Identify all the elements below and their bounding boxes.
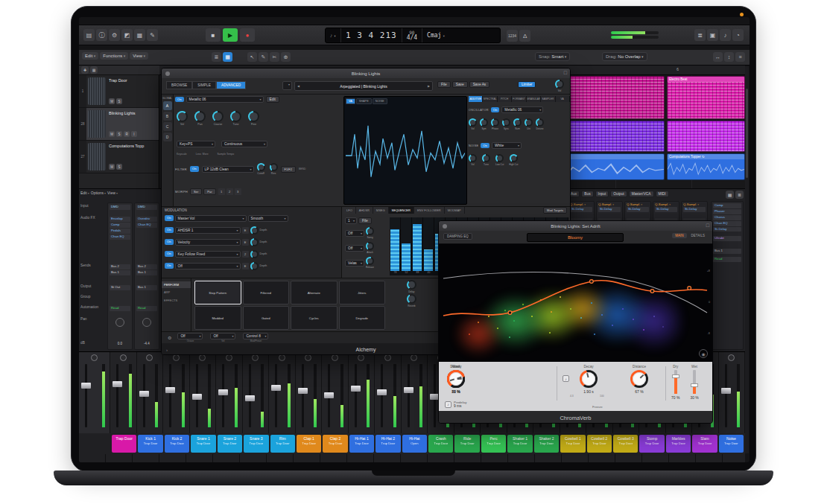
filter-type-select[interactable]: LP 12dB Clean <box>202 166 254 173</box>
channel-name-label[interactable]: Kick 1 Trap Door <box>138 435 162 453</box>
fader-handle[interactable] <box>298 388 308 394</box>
mixer-menu-button[interactable]: View <box>107 191 118 195</box>
menu-button[interactable]: View <box>130 52 148 60</box>
pan-knob[interactable] <box>173 354 180 361</box>
disclosure-arrow-icon[interactable]: › <box>166 348 168 352</box>
file-button[interactable]: Save <box>452 81 468 88</box>
pan-knob[interactable] <box>142 318 151 327</box>
pan-knob[interactable] <box>120 354 127 361</box>
strip-list-icon[interactable]: ≣ <box>735 191 744 199</box>
master-fader-strip[interactable] <box>79 352 110 433</box>
perform-pad[interactable]: Alternate <box>291 281 338 304</box>
scissors-tool-icon[interactable]: ✂ <box>270 52 279 62</box>
noise-knob[interactable] <box>482 154 490 162</box>
perform-knob[interactable] <box>407 294 416 304</box>
settings-gear-icon[interactable]: ⚙ <box>168 335 171 340</box>
channel-name-label[interactable]: Marbles Trap Door <box>666 435 691 453</box>
send-slot[interactable]: Bus 1 <box>136 270 157 275</box>
fader-handle[interactable] <box>271 385 281 391</box>
mod-depth-knob[interactable] <box>250 226 259 235</box>
view-tab[interactable]: SIMPLE <box>192 81 216 89</box>
automation-mode[interactable]: Read <box>713 257 741 262</box>
record-enable-button[interactable]: R <box>124 131 130 137</box>
perform-pad[interactable]: Jitters <box>339 281 386 304</box>
mute-button[interactable]: M <box>109 98 115 104</box>
fader-handle[interactable] <box>404 387 414 393</box>
channel-name-label[interactable]: Hi-Hat Open <box>402 435 427 453</box>
oscillator-knob[interactable] <box>491 118 499 127</box>
channel-name-label[interactable]: Snare 2 Trap Door <box>218 435 242 453</box>
view-tab[interactable]: MAIN <box>672 233 686 238</box>
mod-slot-button[interactable]: E <box>242 227 249 234</box>
next-preset-icon[interactable]: ▶ <box>428 84 430 88</box>
fader-handle[interactable] <box>377 389 387 395</box>
channel-name-label[interactable]: Trap Door <box>112 435 136 453</box>
fader-handle[interactable] <box>245 395 255 401</box>
mod-tab[interactable]: SEQUENCER <box>389 207 414 214</box>
sequencer-number-select[interactable]: 1 <box>345 217 357 224</box>
fader-strip[interactable] <box>190 352 217 433</box>
note-pads-icon[interactable]: ▣ <box>707 29 718 41</box>
mod-on-toggle[interactable]: On <box>165 263 174 269</box>
track-grid-icon[interactable]: ▦ <box>90 66 98 74</box>
fx-slot[interactable]: Overdriv <box>136 217 157 222</box>
oscillator-type-select[interactable]: Metallic 06 <box>501 106 543 113</box>
sequencer-step[interactable]: 52 <box>401 217 412 275</box>
channel-name-label[interactable]: Snare 1 Trap Door <box>191 435 215 453</box>
preset-menu-icon[interactable] <box>282 81 292 90</box>
channel-name-label[interactable]: Hi-Hat 1 Trap Door <box>349 435 374 453</box>
damping-eq-button[interactable]: DAMPING EQ <box>443 233 472 240</box>
channel-name-label[interactable]: Shaker 1 Trap Door <box>507 435 532 453</box>
track-name[interactable]: Blinking Lights <box>109 111 157 115</box>
send-slot[interactable]: St-Delay <box>655 207 677 212</box>
output-slot[interactable]: Bus 1 <box>136 285 157 290</box>
track-row[interactable]: 27 Computations Topp M S <box>79 141 159 173</box>
metronome-icon[interactable]: Δ <box>519 30 530 42</box>
sequencer-file-button[interactable]: File <box>358 217 372 224</box>
instrument-slot[interactable]: Q-Sampl. <box>653 202 679 207</box>
link-window-icon[interactable]: □ <box>706 223 709 228</box>
step-bar[interactable] <box>423 217 434 271</box>
perform-pad[interactable]: Cycles <box>291 306 338 330</box>
sequencer-step[interactable]: 40 <box>423 217 434 275</box>
menu-button[interactable]: Edit <box>82 52 98 60</box>
drag-select[interactable]: Drag: No Overlap <box>602 52 647 61</box>
fader-strip[interactable] <box>216 352 243 433</box>
mixer-view-icon[interactable]: ▦ <box>726 191 734 199</box>
fader-strip[interactable] <box>349 352 376 433</box>
channel-name-label[interactable]: Cowbell 3 Trap Door <box>613 435 638 453</box>
instrument-slot[interactable]: Q-Sampl. <box>625 202 650 207</box>
pan-knob[interactable] <box>411 354 417 361</box>
param-knob[interactable] <box>366 242 374 250</box>
midi-region-electro-beat[interactable]: Electro Beat <box>667 76 745 119</box>
automation-mode[interactable]: Read <box>136 306 157 311</box>
perform-pad[interactable]: Filtered <box>243 281 290 304</box>
pan-knob[interactable] <box>226 354 232 361</box>
source-letter-button[interactable]: D <box>163 133 172 141</box>
pointer-tool-icon[interactable]: ↖ <box>247 52 257 62</box>
fader-strip[interactable] <box>296 352 323 433</box>
fader-strip[interactable] <box>375 352 402 433</box>
solo-button[interactable]: S <box>116 164 122 170</box>
mod-slot-button[interactable]: E <box>242 263 249 269</box>
perform-knob[interactable] <box>407 280 416 290</box>
fader-handle[interactable] <box>165 387 175 393</box>
decay-sync-icon[interactable]: ♪ <box>563 375 569 382</box>
predelay-sync-icon[interactable]: ♪ <box>445 401 451 408</box>
mod-targets-button[interactable]: Mod Targets <box>543 207 567 214</box>
file-button[interactable]: Save As <box>469 81 490 88</box>
mixer-filter-button[interactable]: MIDI <box>656 191 669 197</box>
mixer-filter-button[interactable]: Input <box>595 191 609 197</box>
fx-slot[interactable]: Comp <box>713 203 741 208</box>
track-row[interactable]: 1 Trap Door M S <box>79 75 159 108</box>
mixer-icon[interactable]: ▦ <box>134 29 145 41</box>
fader-strip[interactable] <box>402 352 428 433</box>
fader-strip[interactable] <box>322 352 349 433</box>
channel-name-label[interactable]: Hi-Hat 2 Trap Door <box>376 435 400 453</box>
waveform-tab[interactable]: VA <box>346 98 355 104</box>
fader-strip[interactable] <box>243 352 270 433</box>
perform-pad[interactable]: Stop Pattern <box>194 281 241 304</box>
input-slot[interactable]: DMD <box>136 205 157 210</box>
mixer-menu-button[interactable]: Edit <box>80 191 89 195</box>
pan-knob[interactable] <box>279 354 285 361</box>
